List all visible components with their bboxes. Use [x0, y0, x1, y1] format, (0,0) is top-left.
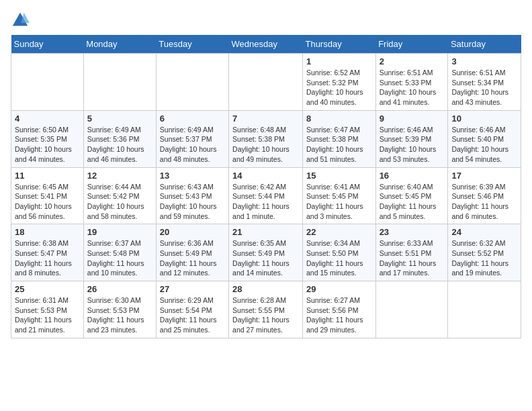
day-number: 24: [451, 227, 517, 237]
calendar-cell: 25Sunrise: 6:31 AM Sunset: 5:53 PM Dayli…: [11, 281, 84, 338]
calendar-cell: 29Sunrise: 6:27 AM Sunset: 5:56 PM Dayli…: [302, 281, 375, 338]
day-header-thursday: Thursday: [302, 35, 375, 54]
day-info: Sunrise: 6:49 AM Sunset: 5:36 PM Dayligh…: [87, 125, 152, 165]
calendar-cell: [229, 54, 303, 111]
day-info: Sunrise: 6:34 AM Sunset: 5:50 PM Dayligh…: [306, 238, 372, 278]
calendar-cell: 18Sunrise: 6:38 AM Sunset: 5:47 PM Dayli…: [11, 224, 84, 281]
week-row-2: 11Sunrise: 6:45 AM Sunset: 5:41 PM Dayli…: [11, 167, 521, 224]
calendar-cell: 8Sunrise: 6:47 AM Sunset: 5:38 PM Daylig…: [302, 110, 375, 167]
week-row-4: 25Sunrise: 6:31 AM Sunset: 5:53 PM Dayli…: [11, 281, 521, 338]
day-info: Sunrise: 6:48 AM Sunset: 5:38 PM Dayligh…: [232, 125, 299, 165]
day-info: Sunrise: 6:37 AM Sunset: 5:48 PM Dayligh…: [87, 238, 152, 278]
calendar-cell: 21Sunrise: 6:35 AM Sunset: 5:49 PM Dayli…: [229, 224, 303, 281]
calendar-cell: [448, 281, 521, 338]
day-number: 15: [306, 171, 372, 181]
calendar-cell: 9Sunrise: 6:46 AM Sunset: 5:39 PM Daylig…: [375, 110, 448, 167]
day-info: Sunrise: 6:29 AM Sunset: 5:54 PM Dayligh…: [160, 295, 225, 335]
calendar-cell: [375, 281, 448, 338]
calendar-cell: 2Sunrise: 6:51 AM Sunset: 5:33 PM Daylig…: [375, 54, 448, 111]
day-info: Sunrise: 6:52 AM Sunset: 5:32 PM Dayligh…: [306, 68, 372, 107]
calendar-cell: [156, 54, 228, 111]
day-info: Sunrise: 6:36 AM Sunset: 5:49 PM Dayligh…: [160, 238, 225, 278]
calendar-cell: 5Sunrise: 6:49 AM Sunset: 5:36 PM Daylig…: [83, 110, 156, 167]
logo-icon: [11, 11, 30, 30]
day-number: 1: [306, 56, 372, 66]
calendar-cell: 23Sunrise: 6:33 AM Sunset: 5:51 PM Dayli…: [375, 224, 448, 281]
day-header-wednesday: Wednesday: [229, 35, 303, 54]
calendar-cell: 6Sunrise: 6:49 AM Sunset: 5:37 PM Daylig…: [156, 110, 228, 167]
calendar-cell: 16Sunrise: 6:40 AM Sunset: 5:45 PM Dayli…: [375, 167, 448, 224]
day-number: 19: [87, 227, 152, 237]
day-number: 9: [380, 113, 445, 124]
day-info: Sunrise: 6:31 AM Sunset: 5:53 PM Dayligh…: [15, 295, 80, 335]
day-info: Sunrise: 6:47 AM Sunset: 5:38 PM Dayligh…: [306, 125, 372, 165]
day-info: Sunrise: 6:28 AM Sunset: 5:55 PM Dayligh…: [232, 295, 299, 335]
day-info: Sunrise: 6:44 AM Sunset: 5:42 PM Dayligh…: [87, 182, 152, 222]
day-info: Sunrise: 6:38 AM Sunset: 5:47 PM Dayligh…: [15, 238, 80, 278]
calendar-cell: 11Sunrise: 6:45 AM Sunset: 5:41 PM Dayli…: [11, 167, 84, 224]
day-info: Sunrise: 6:46 AM Sunset: 5:39 PM Dayligh…: [380, 125, 445, 165]
day-info: Sunrise: 6:45 AM Sunset: 5:41 PM Dayligh…: [15, 182, 80, 222]
day-info: Sunrise: 6:51 AM Sunset: 5:34 PM Dayligh…: [451, 68, 517, 107]
day-number: 17: [451, 171, 517, 181]
day-number: 27: [160, 284, 225, 294]
calendar-cell: 12Sunrise: 6:44 AM Sunset: 5:42 PM Dayli…: [83, 167, 156, 224]
day-number: 29: [306, 284, 372, 294]
day-info: Sunrise: 6:42 AM Sunset: 5:44 PM Dayligh…: [232, 182, 299, 222]
calendar-cell: 26Sunrise: 6:30 AM Sunset: 5:53 PM Dayli…: [83, 281, 156, 338]
day-number: 3: [451, 56, 517, 66]
day-number: 12: [87, 171, 152, 181]
calendar-cell: 17Sunrise: 6:39 AM Sunset: 5:46 PM Dayli…: [448, 167, 521, 224]
calendar-cell: 27Sunrise: 6:29 AM Sunset: 5:54 PM Dayli…: [156, 281, 228, 338]
day-info: Sunrise: 6:46 AM Sunset: 5:40 PM Dayligh…: [451, 125, 517, 165]
calendar-cell: 1Sunrise: 6:52 AM Sunset: 5:32 PM Daylig…: [302, 54, 375, 111]
calendar-cell: 24Sunrise: 6:32 AM Sunset: 5:52 PM Dayli…: [448, 224, 521, 281]
day-header-sunday: Sunday: [11, 35, 84, 54]
day-header-saturday: Saturday: [448, 35, 521, 54]
day-number: 25: [15, 284, 80, 294]
day-number: 13: [160, 171, 225, 181]
day-number: 5: [87, 113, 152, 124]
day-info: Sunrise: 6:51 AM Sunset: 5:33 PM Dayligh…: [380, 68, 445, 107]
calendar-cell: 4Sunrise: 6:50 AM Sunset: 5:35 PM Daylig…: [11, 110, 84, 167]
day-number: 28: [232, 284, 299, 294]
logo: [11, 11, 32, 30]
day-number: 18: [15, 227, 80, 237]
calendar-cell: 20Sunrise: 6:36 AM Sunset: 5:49 PM Dayli…: [156, 224, 228, 281]
day-number: 23: [380, 227, 445, 237]
day-number: 4: [15, 113, 80, 124]
day-info: Sunrise: 6:35 AM Sunset: 5:49 PM Dayligh…: [232, 238, 299, 278]
calendar-cell: [83, 54, 156, 111]
header-row: SundayMondayTuesdayWednesdayThursdayFrid…: [11, 35, 521, 54]
day-number: 2: [380, 56, 445, 66]
calendar-cell: [11, 54, 84, 111]
day-info: Sunrise: 6:30 AM Sunset: 5:53 PM Dayligh…: [87, 295, 152, 335]
day-number: 8: [306, 113, 372, 124]
day-info: Sunrise: 6:41 AM Sunset: 5:45 PM Dayligh…: [306, 182, 372, 222]
calendar-cell: 3Sunrise: 6:51 AM Sunset: 5:34 PM Daylig…: [448, 54, 521, 111]
day-number: 11: [15, 171, 80, 181]
day-info: Sunrise: 6:49 AM Sunset: 5:37 PM Dayligh…: [160, 125, 225, 165]
day-info: Sunrise: 6:33 AM Sunset: 5:51 PM Dayligh…: [380, 238, 445, 278]
day-header-monday: Monday: [83, 35, 156, 54]
day-number: 16: [380, 171, 445, 181]
day-info: Sunrise: 6:39 AM Sunset: 5:46 PM Dayligh…: [451, 182, 517, 222]
calendar-cell: 15Sunrise: 6:41 AM Sunset: 5:45 PM Dayli…: [302, 167, 375, 224]
calendar-cell: 22Sunrise: 6:34 AM Sunset: 5:50 PM Dayli…: [302, 224, 375, 281]
week-row-0: 1Sunrise: 6:52 AM Sunset: 5:32 PM Daylig…: [11, 54, 521, 111]
week-row-3: 18Sunrise: 6:38 AM Sunset: 5:47 PM Dayli…: [11, 224, 521, 281]
day-info: Sunrise: 6:43 AM Sunset: 5:43 PM Dayligh…: [160, 182, 225, 222]
day-info: Sunrise: 6:27 AM Sunset: 5:56 PM Dayligh…: [306, 295, 372, 335]
calendar-cell: 13Sunrise: 6:43 AM Sunset: 5:43 PM Dayli…: [156, 167, 228, 224]
day-info: Sunrise: 6:32 AM Sunset: 5:52 PM Dayligh…: [451, 238, 517, 278]
calendar-table: SundayMondayTuesdayWednesdayThursdayFrid…: [11, 35, 521, 338]
calendar-cell: 14Sunrise: 6:42 AM Sunset: 5:44 PM Dayli…: [229, 167, 303, 224]
day-header-tuesday: Tuesday: [156, 35, 228, 54]
day-info: Sunrise: 6:50 AM Sunset: 5:35 PM Dayligh…: [15, 125, 80, 165]
calendar-cell: 7Sunrise: 6:48 AM Sunset: 5:38 PM Daylig…: [229, 110, 303, 167]
calendar-cell: 10Sunrise: 6:46 AM Sunset: 5:40 PM Dayli…: [448, 110, 521, 167]
week-row-1: 4Sunrise: 6:50 AM Sunset: 5:35 PM Daylig…: [11, 110, 521, 167]
day-number: 10: [451, 113, 517, 124]
day-number: 6: [160, 113, 225, 124]
day-info: Sunrise: 6:40 AM Sunset: 5:45 PM Dayligh…: [380, 182, 445, 222]
